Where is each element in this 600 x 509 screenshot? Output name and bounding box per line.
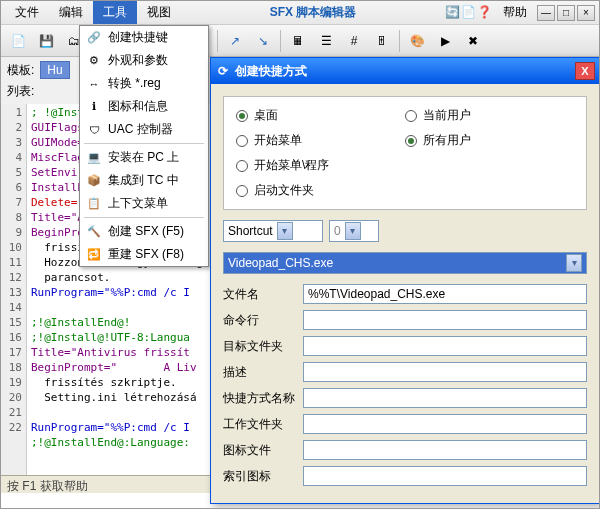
- shortcutname-label: 快捷方式名称: [223, 390, 303, 407]
- menu-edit[interactable]: 编辑: [49, 1, 93, 24]
- menu-file[interactable]: 文件: [5, 1, 49, 24]
- computer-icon: 💻: [86, 150, 102, 166]
- chevron-down-icon[interactable]: ▾: [345, 222, 361, 240]
- save-button[interactable]: 💾: [33, 28, 59, 54]
- close-button[interactable]: ×: [577, 5, 595, 21]
- number-select[interactable]: 0 ▾: [329, 220, 379, 242]
- maximize-button[interactable]: □: [557, 5, 575, 21]
- package-icon: 📦: [86, 173, 102, 189]
- dialog-titlebar[interactable]: ⟳ 创建快捷方式 X: [211, 58, 599, 84]
- dm-create-sfx[interactable]: 🔨创建 SFX (F5): [80, 220, 208, 243]
- radio-loc-3[interactable]: 启动文件夹: [236, 182, 405, 199]
- app-title: SFX 脚本编辑器: [181, 4, 445, 21]
- radio-icon: [236, 110, 248, 122]
- dm-convert-reg[interactable]: ↔转换 *.reg: [80, 72, 208, 95]
- menu-tools[interactable]: 工具: [93, 1, 137, 24]
- dm-integrate-tc[interactable]: 📦集成到 TC 中: [80, 169, 208, 192]
- radio-user-0[interactable]: 当前用户: [405, 107, 574, 124]
- equalizer-button[interactable]: 🎚: [369, 28, 395, 54]
- target-field[interactable]: [303, 336, 587, 356]
- target-label: 目标文件夹: [223, 338, 303, 355]
- export-button[interactable]: ↗: [222, 28, 248, 54]
- iconfile-field[interactable]: [303, 440, 587, 460]
- path-combo[interactable]: Videopad_CHS.exe ▾: [223, 252, 587, 274]
- radio-loc-0[interactable]: 桌面: [236, 107, 405, 124]
- build-icon: 🔨: [86, 224, 102, 240]
- iconfile-label: 图标文件: [223, 442, 303, 459]
- line-gutter: 12345678910111213141516171819202122: [1, 104, 27, 489]
- cmdline-field[interactable]: [303, 310, 587, 330]
- dm-uac[interactable]: 🛡UAC 控制器: [80, 118, 208, 141]
- convert-icon: ↔: [86, 76, 102, 92]
- radio-loc-2[interactable]: 开始菜单\程序: [236, 157, 405, 174]
- info-icon: ℹ: [86, 99, 102, 115]
- paint-button[interactable]: 🎨: [404, 28, 430, 54]
- radio-icon: [405, 110, 417, 122]
- dm-rebuild-sfx[interactable]: 🔁重建 SFX (F8): [80, 243, 208, 266]
- radio-user-1[interactable]: 所有用户: [405, 132, 574, 149]
- dm-install-pc[interactable]: 💻安装在 PC 上: [80, 146, 208, 169]
- clear-button[interactable]: ✖: [460, 28, 486, 54]
- template-combo[interactable]: Hu: [40, 61, 69, 79]
- list-button[interactable]: ☰: [313, 28, 339, 54]
- import-button[interactable]: ↘: [250, 28, 276, 54]
- radio-icon: [405, 135, 417, 147]
- shield-icon: 🛡: [86, 122, 102, 138]
- help-question-icon[interactable]: ❓: [477, 5, 493, 21]
- list-label: 列表:: [7, 83, 34, 100]
- filename-label: 文件名: [223, 286, 303, 303]
- menu-bar: 文件 编辑 工具 视图 SFX 脚本编辑器 🔄 📄 ❓ 帮助 — □ ×: [1, 1, 599, 25]
- new-button[interactable]: 📄: [5, 28, 31, 54]
- menu-view[interactable]: 视图: [137, 1, 181, 24]
- chevron-down-icon[interactable]: ▾: [277, 222, 293, 240]
- dm-context-menu[interactable]: 📋上下文菜单: [80, 192, 208, 215]
- chevron-down-icon[interactable]: ▾: [566, 254, 582, 272]
- menu-icon: 📋: [86, 196, 102, 212]
- dialog-close-button[interactable]: X: [575, 62, 595, 80]
- radio-icon: [236, 135, 248, 147]
- location-radio-group: 桌面开始菜单开始菜单\程序启动文件夹 当前用户所有用户: [223, 96, 587, 210]
- menu-help[interactable]: 帮助: [493, 1, 537, 24]
- dm-appearance[interactable]: ⚙外观和参数: [80, 49, 208, 72]
- desc-field[interactable]: [303, 362, 587, 382]
- radio-icon: [236, 160, 248, 172]
- radio-icon: [236, 185, 248, 197]
- iconindex-field[interactable]: [303, 466, 587, 486]
- link-icon: 🔗: [86, 30, 102, 46]
- shortcutname-field[interactable]: [303, 388, 587, 408]
- calc-button[interactable]: 🖩: [285, 28, 311, 54]
- desc-label: 描述: [223, 364, 303, 381]
- filename-field[interactable]: [303, 284, 587, 304]
- help-doc-icon[interactable]: 📄: [461, 5, 477, 21]
- dialog-icon: ⟳: [215, 63, 231, 79]
- hash-button[interactable]: #: [341, 28, 367, 54]
- refresh-icon[interactable]: 🔄: [445, 5, 461, 21]
- rebuild-icon: 🔁: [86, 247, 102, 263]
- gear-icon: ⚙: [86, 53, 102, 69]
- iconindex-label: 索引图标: [223, 468, 303, 485]
- dialog-title-text: 创建快捷方式: [235, 63, 307, 80]
- shortcut-type-select[interactable]: Shortcut ▾: [223, 220, 323, 242]
- radio-loc-1[interactable]: 开始菜单: [236, 132, 405, 149]
- dm-icon-info[interactable]: ℹ图标和信息: [80, 95, 208, 118]
- workdir-label: 工作文件夹: [223, 416, 303, 433]
- create-shortcut-dialog: ⟳ 创建快捷方式 X 桌面开始菜单开始菜单\程序启动文件夹 当前用户所有用户 S…: [210, 57, 600, 504]
- dm-create-shortcut[interactable]: 🔗创建快捷键: [80, 26, 208, 49]
- run-button[interactable]: ▶: [432, 28, 458, 54]
- minimize-button[interactable]: —: [537, 5, 555, 21]
- workdir-field[interactable]: [303, 414, 587, 434]
- cmdline-label: 命令行: [223, 312, 303, 329]
- template-label: 模板:: [7, 62, 34, 79]
- tools-dropdown: 🔗创建快捷键 ⚙外观和参数 ↔转换 *.reg ℹ图标和信息 🛡UAC 控制器 …: [79, 25, 209, 267]
